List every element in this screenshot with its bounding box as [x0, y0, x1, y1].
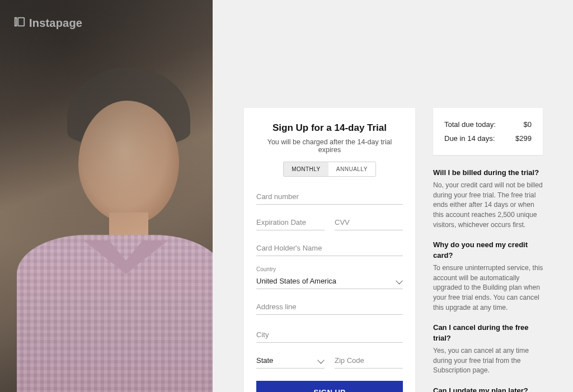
hero-portrait — [0, 0, 213, 392]
summary-value: $299 — [515, 134, 532, 143]
address-input[interactable] — [256, 299, 403, 315]
faq-question: Can I update my plan later? — [433, 386, 545, 392]
faq-section: Will I be billed during the trial? No, y… — [433, 168, 545, 392]
faq-answer: No, your credit card will not be billed … — [433, 181, 545, 230]
price-summary-card: Total due today: $0 Due in 14 days: $299 — [433, 108, 543, 155]
content-panel: Sign Up for a 14-day Trial You will be c… — [213, 0, 573, 392]
faq-question: Why do you need my credit card? — [433, 240, 545, 261]
faq-answer: To ensure uninterrupted service, this ac… — [433, 263, 545, 313]
summary-label: Due in 14 days: — [444, 134, 495, 143]
sign-up-button[interactable]: SIGN UP — [256, 381, 403, 392]
country-label: Country — [256, 266, 403, 272]
summary-row: Total due today: $0 — [444, 120, 532, 129]
country-select[interactable]: United States of America — [256, 273, 403, 289]
card-holder-input[interactable] — [256, 240, 403, 256]
svg-rect-0 — [15, 18, 17, 26]
summary-row: Due in 14 days: $299 — [444, 134, 532, 143]
instapage-icon — [13, 16, 26, 31]
billing-tab-monthly[interactable]: MONTHLY — [284, 162, 328, 176]
faq-question: Will I be billed during the trial? — [433, 168, 545, 178]
expiration-input[interactable] — [256, 215, 325, 230]
hero-image-panel: Instapage — [0, 0, 213, 392]
faq-answer: Yes, you can cancel at any time during y… — [433, 346, 545, 376]
cvv-input[interactable] — [335, 215, 403, 230]
summary-value: $0 — [524, 120, 532, 129]
zip-input[interactable] — [335, 353, 403, 369]
city-input[interactable] — [256, 327, 403, 343]
summary-label: Total due today: — [444, 120, 496, 129]
state-select[interactable]: State — [256, 353, 325, 369]
billing-tab-annually[interactable]: ANNUALLY — [328, 162, 375, 176]
card-number-input[interactable] — [256, 189, 403, 205]
brand-name: Instapage — [29, 17, 82, 30]
form-title: Sign Up for a 14-day Trial — [256, 122, 403, 134]
signup-card: Sign Up for a 14-day Trial You will be c… — [244, 108, 415, 392]
faq-question: Can I cancel during the free trial? — [433, 323, 545, 344]
form-subtitle: You will be charged after the 14-day tri… — [256, 138, 403, 154]
brand-logo: Instapage — [13, 16, 82, 31]
billing-toggle: MONTHLY ANNUALLY — [283, 162, 376, 177]
svg-rect-1 — [18, 18, 24, 26]
